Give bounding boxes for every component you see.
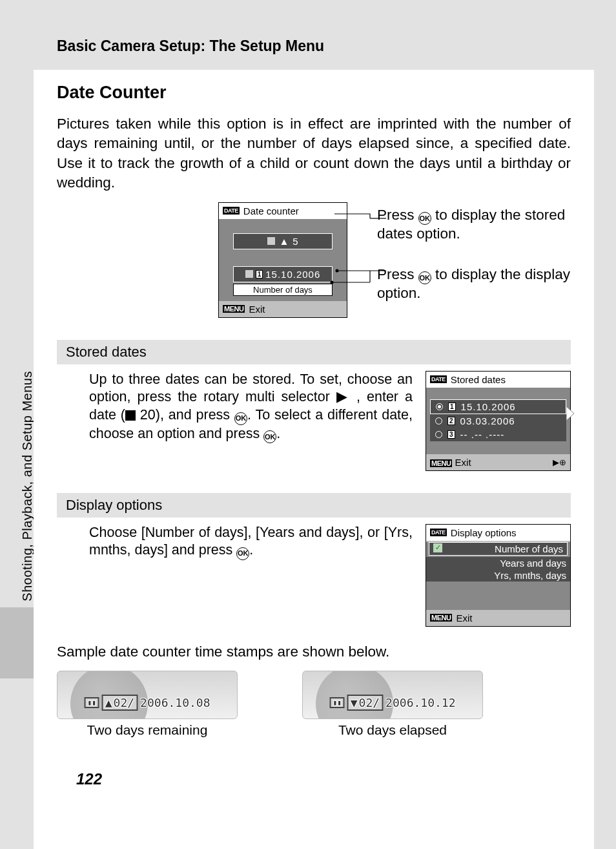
radio-icon [435,431,442,438]
lcd2-title: Stored dates [451,374,506,385]
lcd1-title: Date counter [243,205,299,216]
stamp-icon: ▮▮ [88,698,96,707]
lcd1-count-row: ▲ 5 [233,233,333,249]
section-tab [0,607,34,678]
check-icon: ✓ [433,543,442,552]
sample-elapsed: ▮▮ ▼02/ 2006.10.12 Two days elapsed [302,671,483,738]
timestamp-overlay: ▮▮ ▼02/ 2006.10.12 [330,695,456,711]
date-badge-icon: DATE [430,375,447,383]
side-label: Shooting, Playback, and Setup Menus [20,371,35,602]
display-option-row: Years and days [426,557,570,569]
lcd2-exit: Exit [455,457,471,468]
display-option-row: Yrs, mnths, days [426,569,570,582]
stored-dates-text: Up to three dates can be stored. To set,… [89,371,413,443]
lcd3-title: Display options [451,527,517,538]
ok-icon: OK [234,412,247,425]
slot-2-icon: 2 [447,417,455,425]
lcd1-sub: Number of days [233,284,333,296]
menu-badge-icon: MENU [430,459,452,467]
lcd1-date-row: 1 15.10.2006 [233,266,333,282]
running-header: Basic Camera Setup: The Setup Menu [34,0,594,70]
lcd1-count: 5 [293,236,298,247]
sample-intro: Sample date counter time stamps are show… [57,642,571,662]
section-title: Date Counter [57,83,571,103]
svg-marker-6 [566,406,574,421]
sample-remaining: ▮▮ ▲02/ 2006.10.08 Two days remaining [57,671,238,738]
display-option-row: ✓ Number of days [429,542,568,556]
lcd-stored-dates: DATE Stored dates 1 15.10.2006 2 [426,371,571,471]
page: Basic Camera Setup: The Setup Menu Date … [34,0,594,849]
timestamp-overlay: ▮▮ ▲02/ 2006.10.08 [85,695,210,711]
sample-caption: Two days elapsed [302,722,483,738]
heading-stored-dates: Stored dates [57,340,571,364]
display-options-text: Choose [Number of days], [Years and days… [89,524,413,560]
lcd3-exit: Exit [456,613,472,624]
calendar-icon [267,237,275,245]
intro-paragraph: Pictures taken while this option is in e… [57,114,571,193]
down-triangle-icon: ▼ [351,696,358,709]
lcd-date-counter: DATE Date counter ▲ 5 1 15.10.2006 [218,202,347,318]
slot-1-icon: 1 [256,270,263,278]
connector-lines [334,214,386,293]
selection-arrow-icon [566,406,575,421]
ok-icon: OK [263,430,276,443]
calendar-icon [245,270,253,278]
stamp-icon: ▮▮ [333,698,342,707]
sample-image: ▮▮ ▲02/ 2006.10.08 [57,671,238,719]
heading-display-options: Display options [57,493,571,518]
page-ref-icon [125,410,136,421]
stored-date-row: 1 15.10.2006 [430,399,566,414]
menu-badge-icon: MENU [223,305,245,313]
date-badge-icon: DATE [223,207,240,215]
lcd-display-options: DATE Display options ✓ Number of days Ye… [426,524,571,627]
right-set-icon: ▶⊕ [553,457,566,467]
lcd1-date: 15.10.2006 [265,269,320,280]
radio-selected-icon [436,403,443,410]
menu-badge-icon: MENU [430,614,452,622]
page-number: 122 [76,770,102,788]
stored-date-row: 2 03.03.2006 [430,414,566,428]
ok-icon: OK [418,212,431,225]
sample-image: ▮▮ ▼02/ 2006.10.12 [302,671,483,719]
callout-stored-dates: Press OK to display the stored dates opt… [377,206,571,244]
up-triangle-icon: ▲ [105,696,112,709]
callout-display-option: Press OK to display the display option. [377,266,571,303]
lcd1-exit: Exit [249,304,265,315]
sample-caption: Two days remaining [57,722,238,738]
ok-icon: OK [418,271,431,284]
up-triangle-icon: ▲ [279,236,289,247]
stored-date-row: 3 -- .-- .---- [430,428,566,441]
slot-1-icon: 1 [448,403,456,411]
radio-icon [435,417,442,424]
date-badge-icon: DATE [430,529,447,536]
ok-icon: OK [236,547,249,560]
slot-3-icon: 3 [447,430,455,439]
